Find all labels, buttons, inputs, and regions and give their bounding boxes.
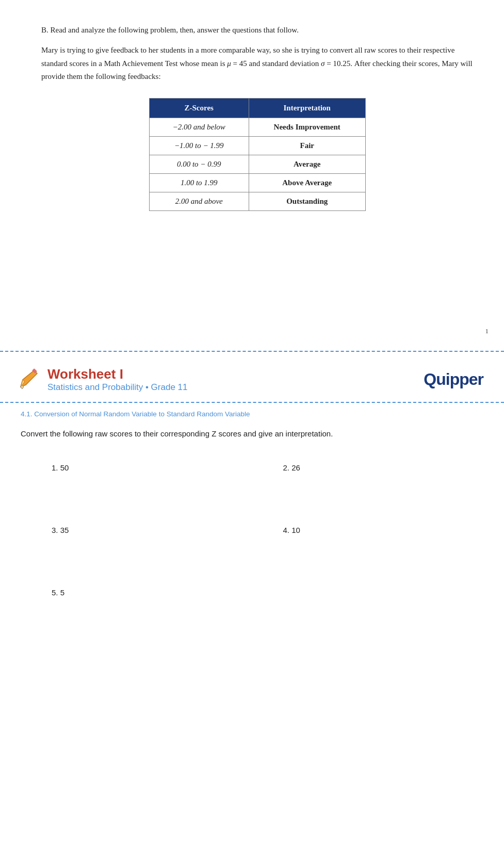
z-score-cell: −2.00 and below: [149, 118, 249, 136]
problem-number: 1. 50: [52, 463, 69, 472]
problem-number: 2. 26: [283, 463, 300, 472]
table-row: 2.00 and aboveOutstanding: [149, 192, 365, 210]
worksheet-title: Worksheet I: [47, 366, 187, 382]
col-interpretation-header: Interpretation: [249, 98, 365, 118]
section-heading: 4.1. Conversion of Normal Random Variabl…: [21, 410, 483, 418]
page-number: 1: [485, 327, 489, 335]
interpretation-cell: Needs Improvement: [249, 118, 365, 136]
pencil-icon: [15, 367, 40, 392]
z-score-cell: 2.00 and above: [149, 192, 249, 210]
problem-text: Mary is trying to give feedback to her s…: [41, 44, 473, 84]
col-z-scores-header: Z-Scores: [149, 98, 249, 118]
problem-item: 1. 50: [21, 456, 252, 518]
problem-item: 2. 26: [252, 456, 484, 518]
table-row: −1.00 to − 1.99Fair: [149, 136, 365, 155]
z-scores-table: Z-Scores Interpretation −2.00 and belowN…: [149, 98, 366, 211]
z-score-cell: 1.00 to 1.99: [149, 173, 249, 192]
problem-item: 5. 5: [21, 581, 252, 618]
interpretation-cell: Outstanding: [249, 192, 365, 210]
problem-number: 4. 10: [283, 526, 300, 534]
worksheet-subtitle: Statistics and Probability • Grade 11: [47, 382, 187, 393]
page-top: B. Read and analyze the following proble…: [0, 0, 504, 351]
problem-item: 4. 10: [252, 518, 484, 581]
problems-grid: 1. 502. 263. 354. 105. 5: [21, 456, 483, 645]
worksheet-left: Worksheet I Statistics and Probability •…: [15, 366, 187, 393]
worksheet-header: Worksheet I Statistics and Probability •…: [0, 352, 504, 402]
interpretation-cell: Fair: [249, 136, 365, 155]
z-score-cell: −1.00 to − 1.99: [149, 136, 249, 155]
problem-number: 5. 5: [52, 588, 64, 597]
instruction-text: Convert the following raw scores to thei…: [21, 427, 483, 441]
z-table-wrapper: Z-Scores Interpretation −2.00 and belowN…: [41, 98, 473, 211]
z-score-cell: 0.00 to − 0.99: [149, 155, 249, 173]
problem-item-empty: [21, 618, 252, 645]
interpretation-cell: Above Average: [249, 173, 365, 192]
worksheet-body: 4.1. Conversion of Normal Random Variabl…: [0, 403, 504, 666]
problem-number: 3. 35: [52, 526, 69, 534]
interpretation-cell: Average: [249, 155, 365, 173]
worksheet-titles: Worksheet I Statistics and Probability •…: [47, 366, 187, 393]
problem-item: 3. 35: [21, 518, 252, 581]
table-row: −2.00 and belowNeeds Improvement: [149, 118, 365, 136]
section-b-label: B. Read and analyze the following proble…: [41, 26, 473, 35]
table-row: 0.00 to − 0.99Average: [149, 155, 365, 173]
quipper-logo: Quipper: [424, 370, 483, 389]
table-row: 1.00 to 1.99Above Average: [149, 173, 365, 192]
